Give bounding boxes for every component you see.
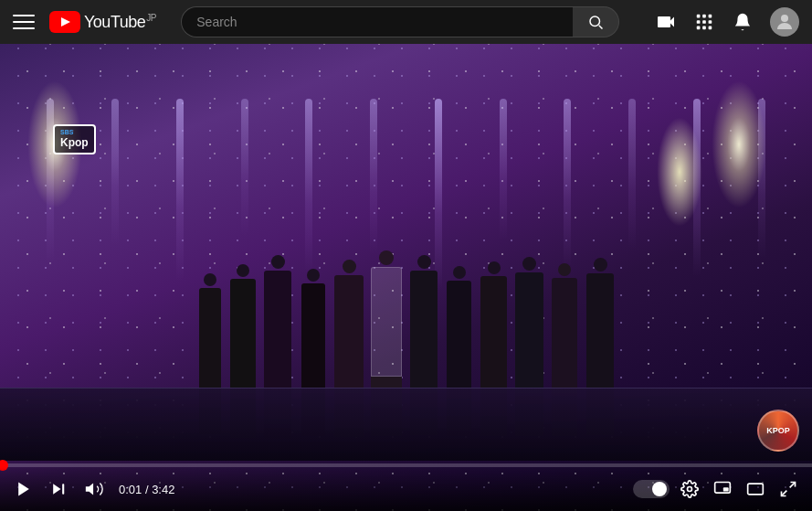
search-button[interactable]: [573, 6, 619, 37]
bell-icon: [733, 12, 753, 32]
youtube-wordmark: YouTubeJP: [84, 13, 156, 32]
notifications-button[interactable]: [732, 11, 754, 33]
svg-line-24: [790, 483, 796, 488]
svg-marker-17: [53, 484, 60, 495]
svg-rect-9: [697, 20, 701, 24]
header: YouTubeJP: [0, 0, 812, 44]
volume-button[interactable]: [80, 475, 108, 503]
svg-rect-14: [709, 27, 712, 30]
fullscreen-button[interactable]: [775, 476, 801, 502]
play-button[interactable]: [11, 476, 37, 502]
kpop-circle-badge: KPOP: [757, 410, 799, 452]
svg-point-20: [688, 487, 692, 492]
apps-button[interactable]: [693, 11, 715, 33]
youtube-logo-icon: [49, 11, 80, 33]
theater-button[interactable]: [743, 476, 768, 502]
svg-rect-22: [723, 487, 729, 491]
subtitle-toggle[interactable]: [633, 480, 670, 498]
next-icon: [49, 480, 68, 498]
search-container: [181, 6, 619, 37]
miniplayer-button[interactable]: [710, 476, 735, 502]
kpop-badge-text: Kpop: [60, 136, 89, 149]
svg-point-2: [590, 16, 600, 27]
theater-icon: [746, 480, 765, 498]
header-right: [655, 7, 799, 37]
svg-marker-16: [18, 483, 29, 496]
settings-icon: [680, 480, 699, 498]
svg-line-25: [782, 491, 787, 496]
video-controls: 0:01 / 3:42: [0, 467, 812, 511]
svg-point-15: [781, 15, 788, 22]
next-button[interactable]: [46, 476, 71, 502]
sbs-kpop-badge: SBS Kpop: [53, 124, 96, 154]
settings-button[interactable]: [677, 476, 702, 502]
svg-rect-7: [702, 15, 706, 18]
youtube-text: YouTube: [84, 13, 145, 31]
search-icon: [587, 14, 604, 30]
svg-line-3: [599, 26, 603, 29]
svg-rect-6: [697, 15, 701, 18]
search-input[interactable]: [181, 6, 573, 37]
miniplayer-icon: [713, 480, 732, 498]
kpop-circle-text: KPOP: [766, 426, 790, 435]
fullscreen-icon: [779, 480, 797, 498]
svg-rect-23: [748, 484, 764, 495]
apps-icon: [694, 12, 714, 32]
user-avatar-icon: [774, 11, 796, 33]
youtube-region: JP: [146, 13, 156, 23]
svg-rect-12: [697, 27, 701, 30]
stage-light-right: [712, 80, 766, 208]
toggle-knob: [652, 482, 667, 496]
stage-floor: [0, 388, 812, 461]
logo-area[interactable]: YouTubeJP: [49, 11, 156, 33]
sbs-text: SBS: [60, 128, 89, 136]
user-avatar[interactable]: [770, 7, 799, 37]
svg-rect-18: [62, 484, 64, 495]
video-camera-plus-icon: [655, 11, 677, 33]
video-player[interactable]: SBS Kpop KPOP: [0, 44, 812, 511]
svg-rect-11: [709, 20, 712, 24]
play-icon: [15, 480, 33, 498]
svg-rect-10: [702, 20, 706, 24]
volume-icon: [84, 479, 104, 499]
svg-rect-13: [702, 27, 706, 30]
right-controls: [633, 476, 801, 502]
time-display: 0:01 / 3:42: [119, 483, 174, 496]
svg-rect-8: [709, 15, 712, 18]
create-video-button[interactable]: [655, 11, 677, 33]
menu-button[interactable]: [13, 15, 35, 29]
svg-marker-19: [86, 484, 93, 495]
